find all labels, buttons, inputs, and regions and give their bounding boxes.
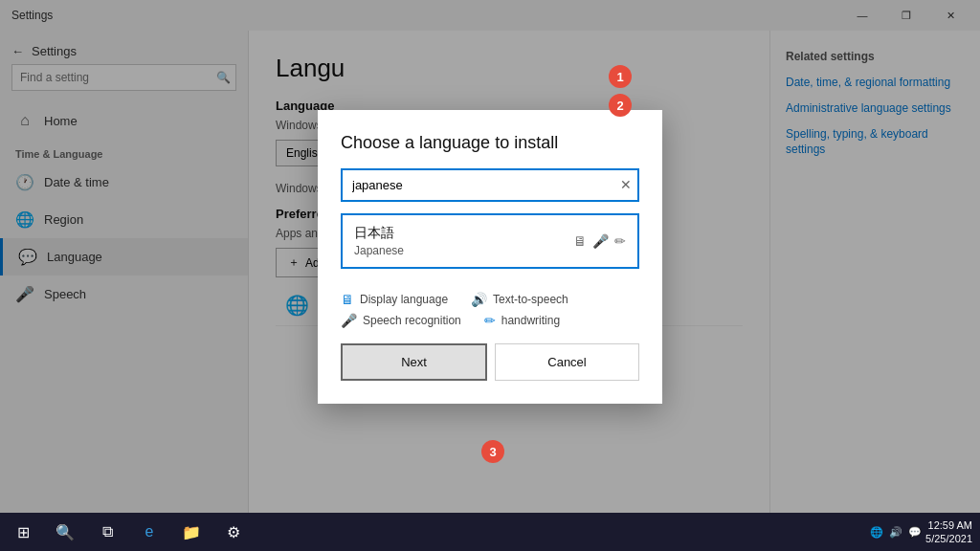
taskbar-left: ⊞ 🔍 ⧉ e 📁 ⚙ [0, 513, 253, 551]
volume-icon: 🔊 [889, 526, 902, 539]
feature-row-2: 🎤 Speech recognition ✏ handwriting [341, 313, 639, 343]
lang-english-name: Japanese [354, 244, 404, 257]
handwriting-icon: ✏ [484, 313, 496, 328]
tts-feature-label: Text-to-speech [493, 293, 568, 306]
lang-feature-icons: 🖥 🎤 ✏ [573, 233, 626, 249]
lang-result-info: 日本語 Japanese [354, 225, 404, 257]
step-badge-2: 2 [609, 94, 632, 117]
taskbar-clock[interactable]: 12:59 AM 5/25/2021 [925, 518, 972, 546]
step-badge-3: 3 [481, 440, 504, 463]
notification-icon: 💬 [908, 526, 922, 539]
language-search-input[interactable] [341, 168, 639, 202]
file-explorer-button[interactable]: 📁 [172, 513, 211, 551]
taskbar-date-display: 5/25/2021 [925, 532, 972, 545]
settings-window: Settings — ❐ ✕ ← Settings 🔍 ⌂ Home Time … [0, 0, 980, 513]
cancel-button[interactable]: Cancel [495, 343, 639, 381]
handwriting-label: handwriting [501, 314, 560, 327]
step-badge-1: 1 [609, 65, 632, 88]
taskbar-right: 🌐 🔊 💬 12:59 AM 5/25/2021 [870, 518, 980, 546]
task-view-button[interactable]: ⧉ [88, 513, 126, 551]
tts-feature: 🔊 Text-to-speech [471, 292, 568, 307]
start-button[interactable]: ⊞ [4, 513, 42, 551]
search-taskbar-button[interactable]: 🔍 [46, 513, 84, 551]
handwriting-feature-icon: ✏ [614, 233, 626, 249]
speech-recognition-icon: 🎤 [341, 313, 357, 328]
taskbar-time-display: 12:59 AM [925, 518, 972, 532]
network-icon: 🌐 [870, 526, 883, 539]
speech-feature-icon: 🎤 [592, 233, 609, 249]
display-language-feature: 🖥 Display language [341, 292, 448, 307]
settings-taskbar-button[interactable]: ⚙ [214, 513, 253, 551]
display-feature-label: Display language [360, 293, 448, 306]
dialog-title: Choose a language to install [341, 133, 639, 153]
next-button[interactable]: Next [341, 343, 487, 381]
language-search-wrap: ✕ [341, 168, 639, 202]
tts-feature-icon: 🔊 [471, 292, 487, 307]
system-icons: 🌐 🔊 💬 [870, 526, 922, 539]
handwriting-feature: ✏ handwriting [484, 313, 560, 328]
dialog-buttons: Next Cancel [341, 343, 639, 381]
edge-button[interactable]: e [130, 513, 168, 551]
taskbar: ⊞ 🔍 ⧉ e 📁 ⚙ 🌐 🔊 💬 12:59 AM 5/25/2021 [0, 513, 980, 551]
install-language-dialog: Choose a language to install ✕ 日本語 Japan… [318, 110, 662, 404]
speech-recognition-label: Speech recognition [363, 314, 461, 327]
japanese-language-result[interactable]: 日本語 Japanese 🖥 🎤 ✏ [341, 213, 639, 269]
speech-recognition-feature: 🎤 Speech recognition [341, 313, 461, 328]
dialog-overlay: 1 2 3 Choose a language to install ✕ 日本語… [0, 0, 980, 513]
search-clear-button[interactable]: ✕ [620, 177, 632, 192]
display-feature-icon: 🖥 [341, 292, 354, 307]
lang-native-name: 日本語 [354, 225, 404, 242]
display-lang-icon: 🖥 [573, 233, 587, 249]
